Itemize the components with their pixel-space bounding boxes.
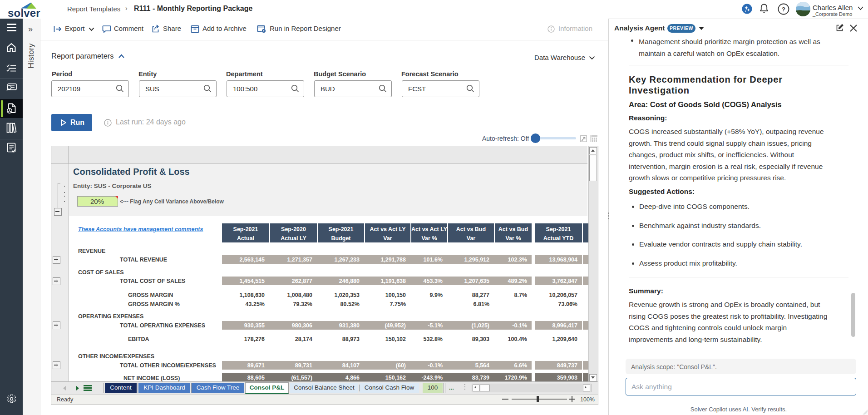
svg-text:solver: solver <box>8 7 40 18</box>
svg-text:?: ? <box>782 6 785 13</box>
